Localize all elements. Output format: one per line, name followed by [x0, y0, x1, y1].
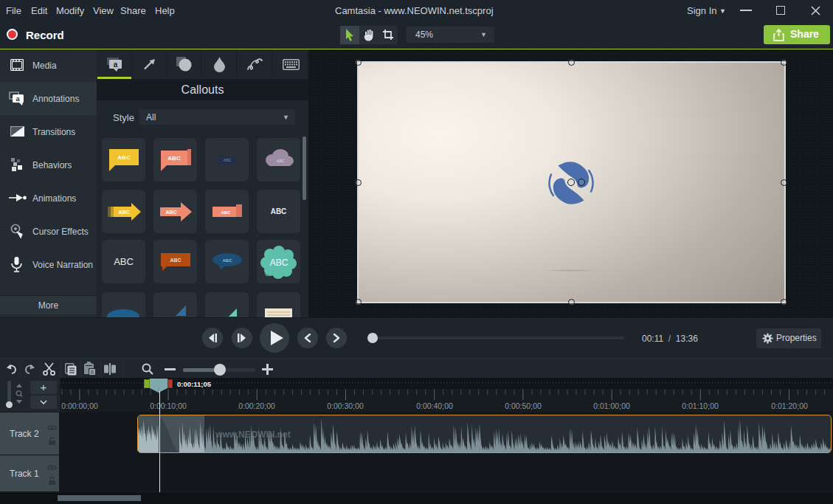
svg-text:ABC: ABC: [170, 258, 181, 263]
svg-text:ABC: ABC: [165, 210, 176, 215]
svg-text:ABC: ABC: [118, 210, 129, 215]
svg-text:ABC: ABC: [167, 155, 181, 162]
svg-text:ABC: ABC: [276, 159, 284, 163]
svg-text:www.NEOWIN.net: www.NEOWIN.net: [215, 429, 291, 440]
svg-text:ABC: ABC: [269, 258, 288, 268]
svg-text:ABC: ABC: [222, 258, 232, 263]
svg-text:ABC: ABC: [117, 154, 131, 161]
svg-text:ABC: ABC: [223, 158, 231, 162]
svg-text:ABC: ABC: [221, 210, 231, 215]
svg-text:a: a: [114, 61, 118, 69]
